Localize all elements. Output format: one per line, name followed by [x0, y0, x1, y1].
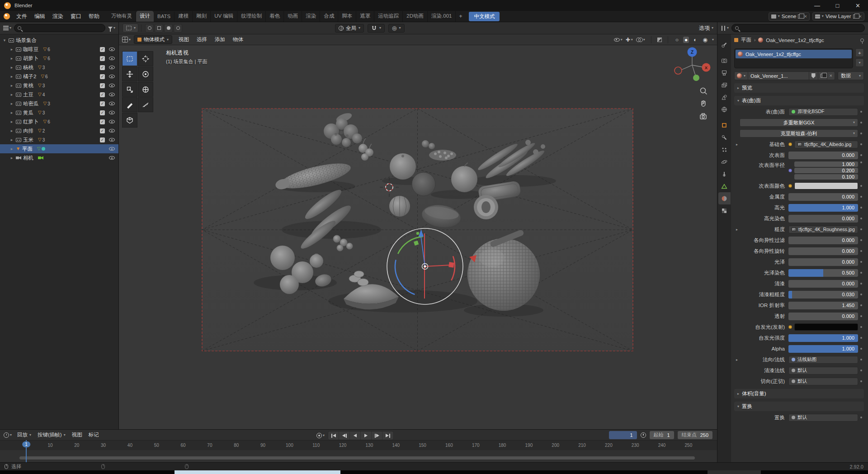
pan-hand-icon[interactable] [699, 100, 708, 108]
timeline-menu-按键(插帧)[interactable]: 按键(插帧)▾ [38, 431, 66, 438]
hide-eye-icon[interactable] [109, 93, 115, 96]
viewport-menu-视图[interactable]: 视图 [175, 35, 192, 44]
collection-checkbox[interactable]: ✓ [100, 119, 105, 124]
editor-type-outliner-icon[interactable]: ▾ [3, 26, 11, 30]
workspace-tab[interactable]: 设计 [136, 11, 154, 22]
pin-icon[interactable] [860, 38, 864, 42]
properties-tab-viewlayer[interactable] [718, 79, 731, 91]
use-preview-range-icon[interactable] [641, 432, 646, 438]
workspace-tab[interactable]: BATS [154, 12, 175, 21]
outliner-row-collection[interactable]: ▸红萝卜▽6✓ [0, 117, 118, 126]
new-view-layer-icon[interactable] [853, 14, 857, 19]
mask-toggle-1[interactable] [145, 24, 154, 33]
shading-rendered-button[interactable]: ◉ [702, 37, 709, 43]
mode-dropdown[interactable]: 物体模式 ▾ [134, 35, 172, 44]
link-field-清漆法线[interactable]: 默认 [788, 367, 858, 374]
shading-solid-button[interactable]: ● [683, 37, 689, 43]
properties-tab-object[interactable] [718, 119, 731, 131]
shading-wireframe-button[interactable]: ○ [674, 37, 680, 43]
workspace-tab[interactable]: 着色 [266, 11, 284, 22]
properties-tab-world[interactable] [718, 103, 731, 115]
editor-type-properties-icon[interactable]: ▾ [721, 26, 729, 31]
color-swatch-次表面颜色[interactable] [794, 182, 858, 190]
hide-eye-icon[interactable] [109, 66, 115, 69]
hide-eye-icon[interactable] [109, 84, 115, 87]
previous-keyframe-button[interactable] [339, 431, 350, 440]
shading-material-button[interactable]: ◐ [692, 37, 698, 43]
tool-scale-button[interactable] [122, 82, 137, 97]
browse-material-button[interactable]: ▾ [734, 71, 748, 80]
outliner-row-collection[interactable]: ▸黄桃▽3✓ [0, 81, 118, 90]
value-field-各向异性过滤[interactable]: 0.000 [788, 237, 858, 244]
value-field-次表面半径[interactable]: 0.200 [794, 168, 858, 173]
show-gizmo-dropdown[interactable]: ▾ [614, 38, 623, 42]
timeline-ruler[interactable]: 1102030405060708090100110120130140150160… [0, 440, 717, 450]
close-button[interactable]: ✕ [848, 0, 868, 11]
menu-窗口[interactable]: 窗口 [67, 11, 85, 22]
collection-checkbox[interactable]: ✓ [100, 74, 105, 79]
outliner-row-collection[interactable]: ▸黄瓜▽3✓ [0, 108, 118, 117]
unlink-material-button[interactable]: × [827, 71, 835, 80]
properties-tab-scene[interactable] [718, 91, 731, 103]
workspace-tab[interactable]: 运动追踪 [374, 11, 403, 22]
hide-eye-icon[interactable] [109, 138, 115, 142]
menu-文件[interactable]: 文件 [13, 11, 31, 22]
properties-tab-texture[interactable] [718, 204, 731, 217]
zoom-icon[interactable] [699, 87, 708, 95]
link-field-基础色[interactable]: tfjcffgc_4K_Albedo.jpg [794, 141, 858, 148]
timeline-menu-视图[interactable]: 视图 [72, 431, 82, 438]
value-field-各向异性旋转[interactable]: 0.000 [788, 247, 858, 255]
editor-type-timeline-icon[interactable]: ▾ [4, 432, 12, 438]
overlays-dropdown[interactable]: ▾ [636, 38, 645, 42]
workspace-tab[interactable]: 渲染.001 [428, 11, 456, 22]
workspace-tab[interactable]: 渲染 [302, 11, 320, 22]
mask-toggle-2[interactable] [155, 24, 163, 33]
menu-帮助[interactable]: 帮助 [85, 11, 103, 22]
tool-rotate-button[interactable] [138, 66, 153, 81]
timeline-menu-标记[interactable]: 标记 [89, 431, 99, 438]
tool-move-button[interactable] [122, 66, 137, 81]
link-field-糙度[interactable]: tfjcffgc_4K_Roughness.jpg [788, 226, 858, 233]
hide-eye-icon[interactable] [109, 120, 115, 123]
options-dropdown[interactable]: 选项▾ [699, 24, 713, 32]
active-tool-button[interactable]: ▾ [123, 24, 138, 33]
outliner-row-collection[interactable]: ▸胡萝卜▽6✓ [0, 54, 118, 63]
tool-measure-button[interactable] [138, 97, 153, 112]
properties-tab-modifier[interactable] [718, 131, 731, 143]
hide-eye-icon[interactable] [109, 111, 115, 114]
tool-cursor-button[interactable] [138, 51, 153, 66]
frame-start-field[interactable]: 起始1 [650, 431, 674, 439]
add-workspace-button[interactable]: + [456, 12, 465, 21]
value-field-IOR 折射率[interactable]: 1.450 [788, 302, 858, 309]
surface-panel-header[interactable]: ▾表(曲)面 [734, 96, 864, 105]
workspace-tab[interactable]: 合成 [320, 11, 338, 22]
displacement-field[interactable]: 默认 [788, 414, 858, 422]
color-swatch-自发光(发射)[interactable] [794, 323, 858, 331]
collection-checkbox[interactable]: ✓ [100, 65, 105, 70]
collection-checkbox[interactable]: ✓ [100, 128, 105, 133]
add-material-slot-button[interactable]: + [855, 48, 864, 57]
mask-toggle-4[interactable] [174, 24, 182, 33]
view-layer-selector[interactable]: ▾ View Layer × [812, 12, 864, 21]
blender-app-menu-icon[interactable] [4, 13, 10, 19]
axis-y-ball[interactable] [693, 75, 699, 81]
outliner-filter-button[interactable]: ▾ [108, 26, 115, 30]
mask-toggle-3[interactable] [164, 24, 173, 33]
proportional-editing-dropdown[interactable]: ◎ ▾ [388, 24, 405, 33]
outliner-row-collection[interactable]: ▸肉排▽2✓ [0, 126, 118, 135]
tool-annotate-button[interactable] [122, 97, 137, 112]
properties-search-input[interactable] [731, 24, 865, 32]
collection-checkbox[interactable]: ✓ [100, 83, 105, 88]
properties-tab-particles[interactable] [718, 143, 731, 156]
timeline-menu-回放[interactable]: 回放▾ [17, 431, 31, 438]
current-frame-field[interactable]: 1 [609, 431, 637, 439]
outliner-row-collection[interactable]: ▸咖啡豆▽6✓ [0, 45, 118, 54]
material-slot-list[interactable]: Oak_Veneer_1x2_tfjcffgc [734, 48, 853, 68]
hide-eye-icon[interactable] [109, 102, 115, 105]
workspace-tab[interactable]: 遮罩 [356, 11, 374, 22]
collection-checkbox[interactable]: ✓ [100, 56, 105, 61]
outliner-row-collection[interactable]: ▸玉米▽3✓ [0, 135, 118, 144]
auto-keying-button[interactable]: ▾ [316, 433, 325, 438]
menu-编辑[interactable]: 编辑 [31, 11, 49, 22]
distribution-dropdown[interactable]: 多重散射GGX▾ [740, 118, 858, 127]
